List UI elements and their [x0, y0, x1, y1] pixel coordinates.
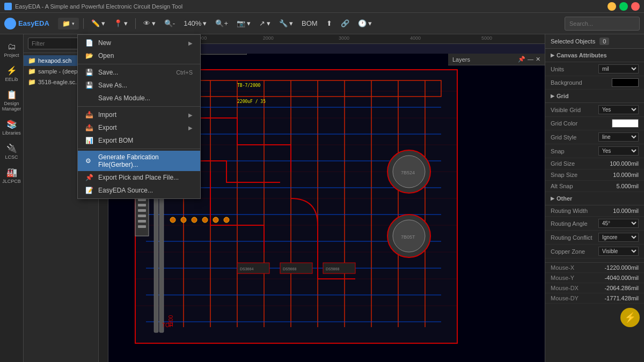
svg-text:TOP: TOP: [162, 322, 173, 328]
export-arrow: ▶: [188, 125, 193, 131]
edit-tool-btn[interactable]: ✏️ ▾: [88, 17, 108, 29]
sidebar-item-lcsc[interactable]: 🔌 LCSC: [2, 140, 21, 163]
sidebar-item-design-manager[interactable]: 📋 Design Manager: [2, 86, 21, 115]
layers-pin-icon[interactable]: 📌: [518, 56, 525, 63]
search-input[interactable]: [565, 17, 640, 31]
sidebar-item-libraries[interactable]: 📚 Libraries: [2, 116, 21, 139]
route-btn[interactable]: ↗ ▾: [256, 17, 274, 29]
icon-sidebar: 🗂 Project ⚡ EELib 📋 Design Manager 📚 Lib…: [0, 34, 24, 362]
history-chevron: ▾: [368, 19, 372, 27]
svg-rect-40: [138, 204, 146, 206]
grid-label: Grid: [557, 93, 569, 99]
menu-item-pickplace[interactable]: 📌 Export Pick and Place File...: [78, 171, 200, 184]
visible-grid-row: Visible Grid Yes No: [545, 103, 644, 117]
menu-item-saveasmodule[interactable]: Save As Module...: [78, 92, 200, 105]
other-toggle-icon[interactable]: ▶: [551, 196, 554, 201]
background-row: Background: [545, 76, 644, 90]
chevron-icon-2: ▾: [124, 19, 128, 27]
grid-size-value: 100.000mil: [610, 160, 639, 167]
grid-style-dropdown[interactable]: line dot: [598, 132, 639, 142]
menu-item-save[interactable]: 💾 Save... Ctrl+S: [78, 66, 200, 79]
mouse-y-label: Mouse-Y: [551, 275, 574, 281]
zoom-in-btn[interactable]: 🔍+: [212, 17, 231, 29]
visible-grid-dropdown[interactable]: Yes No: [598, 105, 639, 114]
logo-icon: [4, 18, 16, 29]
exportbom-label: Export BOM: [98, 137, 193, 144]
tools-icon: 🔧: [279, 19, 288, 27]
bom-btn[interactable]: BOM: [298, 17, 321, 29]
grid-color-label: Grid Color: [551, 120, 609, 127]
separator-2: [135, 18, 136, 29]
sidebar-item-jlcpcb[interactable]: 🏭 JLCPCB: [2, 164, 21, 187]
grid-toggle-icon[interactable]: ▶: [551, 93, 554, 99]
copper-zone-dropdown[interactable]: Visible Hidden: [598, 247, 639, 256]
layers-close-icon[interactable]: ✕: [536, 56, 540, 63]
menu-item-export[interactable]: 📤 Export ▶: [78, 121, 200, 134]
export-icon: 📤: [85, 124, 94, 131]
snap-size-value: 10.000mil: [613, 172, 639, 178]
svg-rect-44: [138, 225, 146, 228]
file-menu-button[interactable]: 📁 ▾: [58, 18, 79, 29]
alt-snap-value: 5.000mil: [616, 183, 639, 189]
alt-snap-label: Alt Snap: [551, 183, 613, 189]
route-icon: ↗: [259, 19, 265, 27]
mouse-x-label: Mouse-X: [551, 264, 574, 271]
spacer: [545, 258, 644, 263]
pin-tool-btn[interactable]: 📍 ▾: [111, 17, 131, 29]
tree-item-hexapod-label: hexapod.sch: [38, 57, 71, 64]
chevron-icon-3: ▾: [152, 19, 156, 27]
svg-text:DS5668: DS5668: [283, 267, 296, 271]
lcsc-label: LCSC: [5, 154, 18, 160]
grid-color-swatch[interactable]: [612, 119, 639, 128]
open-icon: 📂: [85, 52, 94, 60]
save-label: Save...: [98, 69, 172, 76]
pcb-tools-panel[interactable]: PCB Tools —: [201, 54, 247, 55]
easyedasource-label: EasyEDA Source...: [98, 187, 193, 194]
saveasmodule-label: Save As Module...: [98, 94, 193, 102]
window-title: EasyEDA - A Simple and Powerful Electron…: [15, 3, 182, 10]
canvas-toggle-icon[interactable]: ▶: [551, 53, 554, 58]
history-icon: 🕐: [358, 19, 367, 27]
menu-item-saveas[interactable]: 💾 Save As...: [78, 79, 200, 92]
menu-item-open[interactable]: 📂 Open: [78, 49, 200, 62]
background-color-swatch[interactable]: [612, 78, 639, 87]
file-dropdown-menu: 📄 New ▶ 📂 Open 💾 Save... Ctrl+S 💾 Save A…: [77, 34, 201, 199]
other-section: ▶ Other: [545, 192, 644, 205]
saveas-label: Save As...: [98, 82, 193, 89]
menu-item-exportbom[interactable]: 📊 Export BOM: [78, 134, 200, 147]
export-btn[interactable]: ⬆: [323, 17, 335, 29]
menu-item-import[interactable]: 📥 Import ▶: [78, 108, 200, 121]
menu-item-easyedasource[interactable]: 📝 EasyEDA Source...: [78, 184, 200, 197]
routing-angle-label: Routing Angle: [551, 220, 595, 227]
sidebar-item-project[interactable]: 🗂 Project: [2, 39, 21, 61]
snap-dropdown[interactable]: Yes No: [598, 146, 639, 156]
easyeda-bottom-logo: ⚡: [620, 308, 640, 327]
share-btn[interactable]: 🔗: [338, 17, 353, 29]
layers-minimize-icon[interactable]: —: [528, 56, 533, 63]
maximize-button[interactable]: [619, 2, 628, 11]
routing-conflict-dropdown[interactable]: Ignore Warn: [598, 233, 639, 242]
units-dropdown[interactable]: mil mm: [598, 64, 639, 73]
menu-item-new[interactable]: 📄 New ▶: [78, 36, 200, 49]
new-arrow: ▶: [188, 40, 193, 46]
zoom-out-btn[interactable]: 🔍-: [161, 17, 178, 29]
separator-before-import: [78, 106, 200, 107]
camera-btn[interactable]: 📷 ▾: [233, 17, 254, 29]
project-label: Project: [4, 53, 19, 58]
tools-btn[interactable]: 🔧 ▾: [276, 17, 296, 29]
mouse-dx-row: Mouse-DX -2064.286mil: [545, 283, 644, 293]
history-btn[interactable]: 🕐 ▾: [355, 17, 375, 29]
zoom-level-btn[interactable]: 140% ▾: [180, 17, 210, 29]
rp-header: Selected Objects 0: [545, 34, 644, 49]
routing-angle-dropdown[interactable]: 45° 90°: [598, 219, 639, 228]
camera-chevron: ▾: [247, 19, 251, 27]
svg-point-14: [181, 217, 186, 223]
mouse-dy-label: Mouse-DY: [551, 295, 579, 301]
mouse-y-value: -4040.000mil: [604, 275, 639, 281]
close-button[interactable]: [631, 2, 640, 11]
minimize-button[interactable]: [608, 2, 616, 11]
menu-item-generate[interactable]: ⚙ Generate Fabrication File(Gerber)...: [78, 151, 200, 171]
view-btn[interactable]: 👁 ▾: [140, 17, 159, 29]
selected-objects-label: Selected Objects: [551, 38, 595, 45]
sidebar-item-eelib[interactable]: ⚡ EELib: [2, 62, 21, 85]
